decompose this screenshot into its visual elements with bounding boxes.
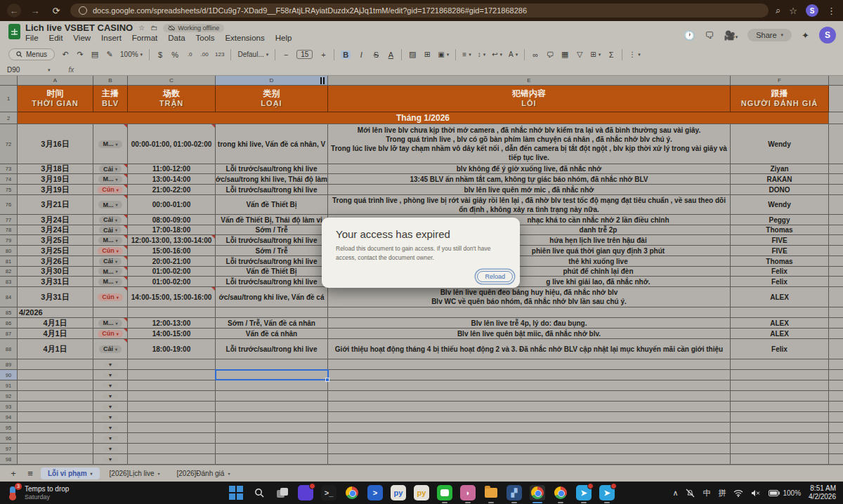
insert-chart-icon[interactable]: ▦ [561,50,569,59]
back-icon[interactable]: ← [7,4,21,18]
script-file-icon-2[interactable]: py [414,485,429,500]
cell-d75[interactable]: Lỗi trước/sau/trong khi live [216,185,328,195]
blv-dropdown-empty[interactable]: ▼ [103,404,119,409]
cell-f91[interactable] [731,380,829,391]
borders-icon[interactable]: ⊞ [423,50,431,59]
cell-e87[interactable]: Blv lên live quên bật miic, đã nhắc nhở … [328,329,731,339]
cell-d76[interactable]: Vấn đề Thiết Bị [216,195,328,215]
browser-avatar[interactable]: S [806,4,818,17]
cell-c86[interactable]: 12:00-13:00 [128,318,216,329]
row-header-85[interactable]: 85 [0,307,18,318]
cell-c90[interactable] [128,370,216,380]
cell-a87[interactable]: 4月1日 [18,329,93,339]
cell-e72[interactable]: Mới lên live blv chưa kịp thời mở camera… [328,124,731,164]
account-avatar[interactable]: S [819,27,836,44]
chrome-active-icon[interactable] [530,485,545,500]
menu-item[interactable]: File [25,34,39,42]
cell-d96[interactable] [216,433,328,444]
row-header-83[interactable]: 83 [0,277,18,287]
cell-c73[interactable]: 11:00-12:00 [128,164,216,174]
cell-b82[interactable]: M...▾ [93,267,128,277]
cell-d73[interactable]: Lỗi trước/sau/trong khi live [216,164,328,174]
cell-a84[interactable]: 3月31日 [18,287,93,307]
cell-a91[interactable] [18,380,93,391]
cell-f81[interactable]: Thomas [731,256,829,267]
cell-a86[interactable]: 4月1日 [18,318,93,329]
blv-dropdown-chip[interactable]: Cải▾ [99,165,122,173]
cell-c74[interactable]: 13:00-14:00 [128,174,216,185]
row-header-95[interactable]: 95 [0,423,18,433]
cell-f92[interactable] [731,391,829,402]
more-toolbar-button[interactable]: ⋮▾ [629,51,641,58]
file-explorer-icon[interactable] [483,485,499,500]
cell-f88[interactable]: Felix [731,339,829,359]
cell-f84[interactable]: ALEX [731,287,829,307]
cell-a74[interactable]: 3月19日 [18,174,93,185]
ime-language-icon[interactable]: 中 [702,488,710,498]
text-wrap-button[interactable]: ↩▾ [492,51,502,58]
row-header-92[interactable]: 92 [0,391,18,402]
cell-b87[interactable]: Cún▾ [93,329,128,339]
cell-b91[interactable]: ▼ [93,380,128,391]
cell-c85[interactable] [128,307,216,318]
filter-icon[interactable]: ▽ [575,50,584,59]
cell-a95[interactable] [18,423,93,433]
tray-chevron-icon[interactable]: ∧ [672,489,678,498]
script-file-icon[interactable]: py [391,485,406,500]
add-sheet-button[interactable]: + [7,468,20,479]
site-info-icon[interactable] [79,6,87,15]
cell-f96[interactable] [731,433,829,444]
menu-item[interactable]: Insert [101,34,122,42]
col-header-E[interactable]: E [328,76,731,86]
menus-search-button[interactable]: Menus [8,48,55,60]
month-banner[interactable]: Tháng 1/2026 [18,112,829,124]
cell-f89[interactable] [731,359,829,370]
notifications-off-icon[interactable] [686,489,695,498]
forward-icon[interactable]: → [28,4,42,18]
cell-d90[interactable] [216,370,328,380]
cell-c87[interactable]: 14:00-15:00 [128,329,216,339]
cell-d91[interactable] [216,380,328,391]
cell-b79[interactable]: M...▾ [93,235,128,246]
cell-f97[interactable] [731,444,829,454]
cell-e97[interactable] [328,444,731,454]
cell-b97[interactable]: ▼ [93,444,128,454]
cell-a77[interactable]: 3月24日 [18,215,93,225]
blv-dropdown-empty[interactable]: ▼ [103,446,119,451]
cell-c75[interactable]: 21:00-22:00 [128,185,216,195]
sheet-tab-active[interactable]: Lỗi vi phạm▾ [41,467,100,479]
cell-f87[interactable]: ALEX [731,329,829,339]
blv-dropdown-chip[interactable]: Cún▾ [98,247,123,255]
cell-c79[interactable]: 12:00-13:00, 13:00-14:00 [128,235,216,246]
col-header-B[interactable]: B [93,76,128,86]
row-header-76[interactable]: 76 [0,195,18,215]
cell-a96[interactable] [18,433,93,444]
vertical-align-button[interactable]: ↕▾ [478,51,486,58]
cell-d79[interactable]: Lỗi trước/sau/trong khi live [216,235,328,246]
cell-c83[interactable]: 01:00-02:00 [128,277,216,287]
decrease-decimals-icon[interactable]: .0 [185,51,194,58]
cell-b76[interactable]: M...▾ [93,195,128,215]
cell-b93[interactable]: ▼ [93,402,128,412]
row-header-75[interactable]: 75 [0,185,18,195]
cell-c94[interactable] [128,412,216,423]
cell-f94[interactable] [731,412,829,423]
cell-a98[interactable] [18,454,93,465]
blv-dropdown-chip[interactable]: M...▾ [98,237,122,244]
cell-d93[interactable] [216,402,328,412]
cell-b75[interactable]: Cún▾ [93,185,128,195]
row-header-74[interactable]: 74 [0,174,18,185]
telegram-icon-2[interactable]: ➤ [599,485,615,500]
cell-f74[interactable]: RAKAN [731,174,829,185]
cell-a92[interactable] [18,391,93,402]
comment-icon[interactable]: 🗨 [705,30,714,41]
cell-e92[interactable] [328,391,731,402]
all-sheets-button[interactable]: ≡ [24,468,37,479]
star-icon[interactable]: ☆ [138,24,145,32]
cell-a81[interactable]: 3月26日 [18,256,93,267]
text-color-button[interactable]: A [386,51,395,59]
cell-a80[interactable]: 3月25日 [18,246,93,256]
row-header-86[interactable]: 86 [0,318,18,329]
merge-cells-button[interactable]: ▣▾ [438,51,449,58]
browser-menu-icon[interactable]: ⋮ [827,6,836,16]
